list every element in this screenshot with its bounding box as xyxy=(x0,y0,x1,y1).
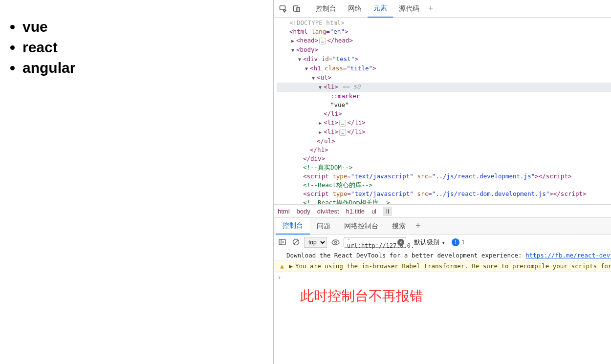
dom-div-open[interactable]: <div id="test"> xyxy=(277,55,611,64)
inspect-element-icon[interactable] xyxy=(278,3,288,14)
list-item: vue xyxy=(22,17,269,37)
console-toolbar: top -url:http://127.0.0.✕ 默认级别 !1 xyxy=(274,235,611,250)
rendered-page: vue react angular xyxy=(0,0,274,364)
console-msg-warn[interactable]: ▲ ▶ You are using the in-browser Babel t… xyxy=(274,261,611,272)
msg-link[interactable]: https://fb.me/react-devtoo xyxy=(525,252,611,259)
live-expression-icon[interactable] xyxy=(330,237,341,248)
expand-icon[interactable]: ▶ xyxy=(286,262,295,270)
dom-li2[interactable]: <li>…</li> xyxy=(277,118,611,128)
ltab-search[interactable]: 搜索 xyxy=(385,218,413,235)
tab-sources[interactable]: 源代码 xyxy=(393,0,425,18)
crumb-h1[interactable]: h1.title xyxy=(346,208,365,215)
msg-text: You are using the in-browser Babel trans… xyxy=(295,262,611,270)
msg-text: Download the React DevTools for a better… xyxy=(286,252,525,259)
device-toolbar-icon[interactable] xyxy=(291,3,302,14)
svg-point-8 xyxy=(334,241,336,243)
dom-li-selected[interactable]: <li> == $0 xyxy=(277,83,611,92)
dom-doctype[interactable]: <!DOCTYPE html> xyxy=(289,19,345,26)
dom-li-text[interactable]: "vue" xyxy=(277,101,611,109)
console-prompt[interactable]: › xyxy=(274,272,611,283)
console-msg-info[interactable]: Download the React DevTools for a better… xyxy=(274,250,611,261)
tab-elements[interactable]: 元素 xyxy=(368,0,393,18)
elements-tree[interactable]: <!DOCTYPE html> <html lang="en"> <head>…… xyxy=(274,18,611,204)
console-sidebar-toggle-icon[interactable] xyxy=(277,237,287,248)
spacer xyxy=(278,252,286,259)
console-tabs: 控制台 问题 网络控制台 搜索 + xyxy=(274,218,611,235)
console-output: Download the React DevTools for a better… xyxy=(274,250,611,364)
devtools-top-toolbar: 控制台 网络 元素 源代码 + xyxy=(274,0,611,18)
clear-console-icon[interactable] xyxy=(290,237,301,248)
svg-rect-0 xyxy=(280,6,285,10)
dom-ul-close[interactable]: </ul> xyxy=(277,137,611,146)
dom-h1-close[interactable]: </h1> xyxy=(277,146,611,154)
warning-icon: ▲ xyxy=(278,262,286,270)
dom-script1[interactable]: <script type="text/javascript" src="../j… xyxy=(277,172,611,181)
dom-ul-open[interactable]: <ul> xyxy=(277,73,611,83)
page-list: vue react angular xyxy=(17,17,269,78)
console-filter-input[interactable]: -url:http://127.0.0.✕ xyxy=(344,237,406,248)
ltab-console[interactable]: 控制台 xyxy=(276,218,310,235)
dom-body-open[interactable]: <body> xyxy=(277,45,611,55)
crumb-body[interactable]: body xyxy=(297,208,310,215)
ltab-issues[interactable]: 问题 xyxy=(310,218,337,235)
dom-marker[interactable]: ::marker xyxy=(277,92,611,101)
dom-head[interactable]: <head>…</head> xyxy=(277,36,611,45)
dom-div-close[interactable]: </div> xyxy=(277,154,611,163)
svg-marker-5 xyxy=(282,241,284,243)
svg-rect-1 xyxy=(294,6,298,11)
dom-li-close[interactable]: </li> xyxy=(277,109,611,118)
issues-count: 1 xyxy=(461,238,465,246)
log-level-dropdown[interactable]: 默认级别 xyxy=(414,238,445,247)
more-tabs-icon[interactable]: + xyxy=(425,3,436,14)
breadcrumb: html body div#test h1.title ul li xyxy=(274,204,611,218)
context-select[interactable]: top xyxy=(304,237,327,248)
dom-h1-open[interactable]: <h1 class="title"> xyxy=(277,64,611,73)
more-lower-tabs-icon[interactable]: + xyxy=(415,221,421,231)
dom-li3[interactable]: <li>…</li> xyxy=(277,128,611,137)
crumb-html[interactable]: html xyxy=(278,208,290,215)
devtools-panel: 控制台 网络 元素 源代码 + <!DOCTYPE html> <html la… xyxy=(274,0,611,364)
dom-cmt2[interactable]: <!--React核心的库--> xyxy=(277,181,611,190)
dom-script2[interactable]: <script type="text/javascript" src="../j… xyxy=(277,190,611,198)
list-item: react xyxy=(22,37,269,58)
ltab-netconsole[interactable]: 网络控制台 xyxy=(337,218,385,235)
issues-dot-icon: ! xyxy=(452,238,459,246)
tab-console[interactable]: 控制台 xyxy=(310,0,342,18)
dom-html-open[interactable]: <html lang="en"> xyxy=(277,27,611,36)
crumb-ul[interactable]: ul xyxy=(371,208,376,215)
issues-badge[interactable]: !1 xyxy=(452,238,465,246)
dom-cmt1[interactable]: <!--真实DOM--> xyxy=(277,163,611,172)
list-item: angular xyxy=(22,58,269,78)
crumb-li[interactable]: li xyxy=(383,207,392,216)
crumb-div[interactable]: div#test xyxy=(317,208,339,215)
annotation-text: 此时控制台不再报错 xyxy=(274,283,611,309)
tab-network[interactable]: 网络 xyxy=(342,0,368,18)
dom-cmt3[interactable]: <!--React操作Dom相关库--> xyxy=(277,198,611,204)
svg-line-7 xyxy=(294,240,298,244)
clear-filter-icon[interactable]: ✕ xyxy=(397,239,404,246)
